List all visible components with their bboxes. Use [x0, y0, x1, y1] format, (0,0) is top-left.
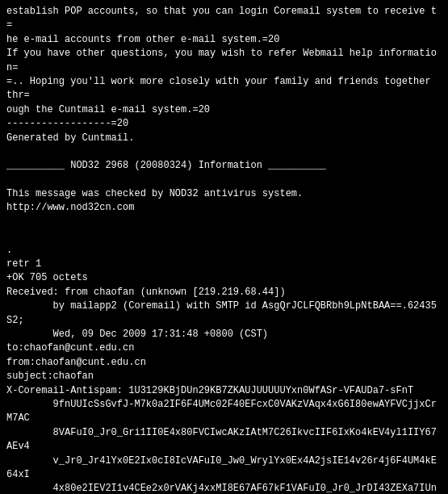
terminal-line: 9fnUUIcSsGvfJ-M7k0a2IF6F4UMc02F40EFcxC0V… [6, 399, 437, 424]
terminal-line [6, 146, 12, 157]
terminal-line: ------------------=20 [6, 118, 128, 129]
terminal-line [6, 230, 12, 241]
terminal-line: Received: from chaofan (unknown [219.219… [6, 287, 286, 298]
terminal-line: __________ NOD32 2968 (20080324) Informa… [6, 160, 326, 171]
terminal-line: to:chaofan@cunt.edu.cn [6, 342, 134, 354]
terminal-line: =.. Hoping you'll work more closely with… [6, 76, 437, 101]
terminal-line: by mailapp2 (Coremail) with SMTP id AsgQ… [6, 300, 437, 325]
terminal-line: he e-mail accounts from other e-mail sys… [6, 34, 279, 45]
terminal-line: establish POP accounts, so that you can … [6, 6, 437, 31]
terminal-line: +OK 705 octets [6, 272, 88, 283]
terminal-line: . [6, 245, 12, 256]
terminal-line: X-Coremail-Antispam: 1U3129KBjDUn29KB7ZK… [6, 385, 413, 396]
terminal-line [6, 216, 12, 228]
terminal-line: retr 1 [6, 258, 41, 270]
terminal-line: subject:chaofan [6, 370, 94, 382]
terminal-line: ough the Cuntmail e-mail system.=20 [6, 104, 210, 115]
terminal-line: If you have other questions, you may wis… [6, 48, 437, 73]
terminal-line: 8VAFuI0_Jr0_Gri1II0E4x80FVCIwcAKzIAtM7C2… [6, 427, 437, 452]
terminal-line [6, 174, 12, 186]
terminal-line: This message was checked by NOD32 antivi… [6, 188, 303, 199]
terminal-line: Generated by Cuntmail. [6, 132, 134, 144]
terminal-output: establish POP accounts, so that you can … [6, 5, 442, 494]
terminal-line: from:chaofan@cunt.edu.cn [6, 357, 146, 368]
terminal-line: Wed, 09 Dec 2009 17:31:48 +0800 (CST) [6, 329, 268, 340]
terminal-line: v_Jr0_Jr4lYx0E2Ix0cI8IcVAFuI0_Jw0_WrylYx… [6, 455, 437, 480]
terminal-line: http://www.nod32cn.com [6, 202, 134, 213]
terminal-line: 4x80e2IEV2I1v4CEe2x0rVAKj4xxMI8E67AF67kF… [6, 483, 437, 494]
